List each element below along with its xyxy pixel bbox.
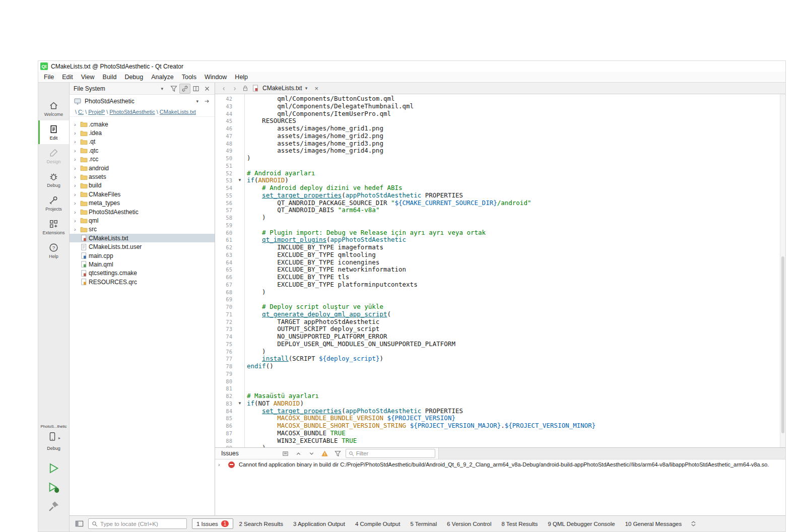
output-pane-terminal[interactable]: 5 Terminal (406, 519, 441, 529)
tree-item--qt[interactable]: ›.qt (70, 138, 215, 146)
line-number[interactable]: 78 (215, 363, 235, 370)
code-editor[interactable]: 42 qml/Components/ButtonCustom.qml43 qml… (215, 94, 785, 447)
line-number[interactable]: 49 (215, 147, 235, 155)
line-number[interactable]: 55 (215, 192, 235, 200)
breadcrumb-item[interactable]: C: (78, 109, 84, 115)
kit-selector[interactable]: PhotoS...thetic ▸ Debug (38, 424, 69, 451)
line-number[interactable]: 59 (215, 222, 235, 229)
code-line-80[interactable]: 80 (215, 378, 785, 385)
code-line-62[interactable]: 62 INCLUDE_BY_TYPE imageformats (215, 244, 785, 251)
line-number[interactable]: 58 (215, 214, 235, 222)
breadcrumb-item[interactable]: PhotoStdAesthetic (109, 109, 155, 115)
tree-item-resources-qrc[interactable]: RESOURCES.qrc (70, 278, 215, 286)
code-line-86[interactable]: 86 MACOSX_BUNDLE_SHORT_VERSION_STRING ${… (215, 422, 785, 430)
expander-icon[interactable]: › (74, 139, 80, 145)
code-line-77[interactable]: 77 install(SCRIPT ${deploy_script}) (215, 355, 785, 363)
debug-run-button[interactable] (47, 481, 60, 494)
menu-tools[interactable]: Tools (178, 73, 201, 82)
scrollbar-thumb[interactable] (781, 256, 784, 433)
line-number[interactable]: 84 (215, 408, 235, 415)
code-line-66[interactable]: 66 EXCLUDE_BY_TYPE tls (215, 274, 785, 281)
line-number[interactable]: 65 (215, 266, 235, 274)
code-line-61[interactable]: 61 qt_import_plugins(appPhotoStdAestheti… (215, 236, 785, 244)
split-panel-icon[interactable] (190, 84, 202, 94)
issue-item[interactable]: › Cannot find application binary in buil… (215, 459, 785, 470)
line-number[interactable]: 89 (215, 444, 235, 447)
line-number[interactable]: 56 (215, 200, 235, 207)
code-line-57[interactable]: 57 QT_ANDROID_ABIS "arm64-v8a" (215, 207, 785, 214)
menu-build[interactable]: Build (99, 73, 121, 82)
tree-item-cmakelists-txt[interactable]: CMakeLists.txt (70, 234, 215, 242)
code-line-49[interactable]: 49 assets/images/home_grid4.png (215, 147, 785, 155)
expander-icon[interactable]: › (74, 218, 80, 224)
code-line-82[interactable]: 82# Masaüstü ayarları (215, 392, 785, 400)
line-number[interactable]: 87 (215, 430, 235, 437)
tree-item--cmake[interactable]: ›.cmake (70, 120, 215, 128)
code-line-47[interactable]: 47 assets/images/home_grid2.png (215, 132, 785, 140)
sidebar-view-selector[interactable]: File System ▾ (74, 85, 168, 92)
tree-item-build[interactable]: ›build (70, 181, 215, 190)
tree-item-qtcsettings-cmake[interactable]: qtcsettings.cmake (70, 269, 215, 278)
code-line-55[interactable]: 55 set_target_properties(appPhotoStdAest… (215, 192, 785, 200)
code-line-89[interactable]: 89 ) (215, 444, 785, 447)
code-line-43[interactable]: 43 qml/Components/DelegateThumbnail.qml (215, 103, 785, 110)
file-system-root-row[interactable]: PhotoStdAesthetic ▾ (70, 95, 215, 107)
code-line-45[interactable]: 45 RESOURCES (215, 117, 785, 125)
output-pane-issues[interactable]: 1 Issues1 (192, 518, 233, 529)
expander-icon[interactable]: › (74, 156, 80, 162)
tree-item-main-qml[interactable]: Main.qml (70, 260, 215, 269)
tree-item-photostdaesthetic[interactable]: ›PhotoStdAesthetic (70, 208, 215, 216)
code-line-68[interactable]: 68 ) (215, 289, 785, 296)
code-line-81[interactable]: 81 (215, 385, 785, 392)
line-number[interactable]: 62 (215, 244, 235, 251)
expander-icon[interactable]: › (74, 174, 80, 180)
code-line-85[interactable]: 85 MACOSX_BUNDLE_BUNDLE_VERSION ${PROJEC… (215, 415, 785, 422)
code-line-69[interactable]: 69 (215, 296, 785, 303)
output-pane-test-results[interactable]: 8 Test Results (497, 519, 542, 529)
line-number[interactable]: 74 (215, 333, 235, 341)
line-number[interactable]: 73 (215, 325, 235, 333)
tree-item-android[interactable]: ›android (70, 164, 215, 172)
code-line-88[interactable]: 88 WIN32_EXECUTABLE TRUE (215, 437, 785, 445)
line-number[interactable]: 70 (215, 303, 235, 311)
code-line-54[interactable]: 54 # Android deploy dizini ve hedef ABIs (215, 184, 785, 192)
expander-icon[interactable]: › (74, 200, 80, 206)
mode-projects[interactable]: Projects (38, 191, 69, 215)
open-in-editor-icon[interactable] (202, 96, 213, 106)
code-line-48[interactable]: 48 assets/images/home_grid3.png (215, 140, 785, 148)
chevron-down-icon[interactable]: ▾ (196, 99, 198, 104)
tree-item-assets[interactable]: ›assets (70, 172, 215, 181)
code-line-56[interactable]: 56 QT_ANDROID_PACKAGE_SOURCE_DIR "${CMAK… (215, 200, 785, 207)
code-line-65[interactable]: 65 EXCLUDE_BY_TYPE networkinformation (215, 266, 785, 274)
issue-expander-icon[interactable]: › (218, 461, 224, 468)
output-pane-expand-icon[interactable] (687, 520, 699, 527)
document-dropdown-icon[interactable]: ▾ (305, 86, 308, 91)
menu-debug[interactable]: Debug (120, 73, 147, 82)
code-line-51[interactable]: 51 (215, 162, 785, 170)
menu-view[interactable]: View (77, 73, 99, 82)
line-number[interactable]: 46 (215, 125, 235, 132)
tree-item-cmakelists-txt-user[interactable]: CMakeLists.txt.user (70, 242, 215, 251)
expander-icon[interactable]: › (74, 165, 80, 171)
fold-marker-icon[interactable]: ▼ (235, 177, 244, 184)
expander-icon[interactable]: › (74, 130, 80, 136)
line-number[interactable]: 66 (215, 274, 235, 281)
filter-issues-icon[interactable] (332, 449, 344, 458)
line-number[interactable]: 64 (215, 259, 235, 267)
code-line-67[interactable]: 67 EXCLUDE_BY_TYPE platforminputcontexts (215, 281, 785, 289)
code-line-74[interactable]: 74 NO_UNSUPPORTED_PLATFORM_ERROR (215, 333, 785, 341)
code-line-75[interactable]: 75 DEPLOY_USER_QML_MODULES_ON_UNSUPPORTE… (215, 341, 785, 348)
tree-item-main-cpp[interactable]: main.cpp (70, 251, 215, 260)
tree-item--qtc[interactable]: ›.qtc (70, 146, 215, 155)
back-icon[interactable]: ‹ (218, 84, 229, 92)
output-pane-compile-output[interactable]: 4 Compile Output (351, 519, 405, 529)
toggle-sidebar-icon[interactable] (73, 520, 85, 527)
tree-item-src[interactable]: ›src (70, 225, 215, 234)
line-number[interactable]: 76 (215, 348, 235, 356)
line-number[interactable]: 47 (215, 132, 235, 140)
expander-icon[interactable]: › (74, 148, 80, 154)
code-line-76[interactable]: 76 ) (215, 348, 785, 356)
expander-icon[interactable]: › (74, 191, 80, 197)
line-number[interactable]: 75 (215, 341, 235, 348)
line-number[interactable]: 83 (215, 400, 235, 408)
